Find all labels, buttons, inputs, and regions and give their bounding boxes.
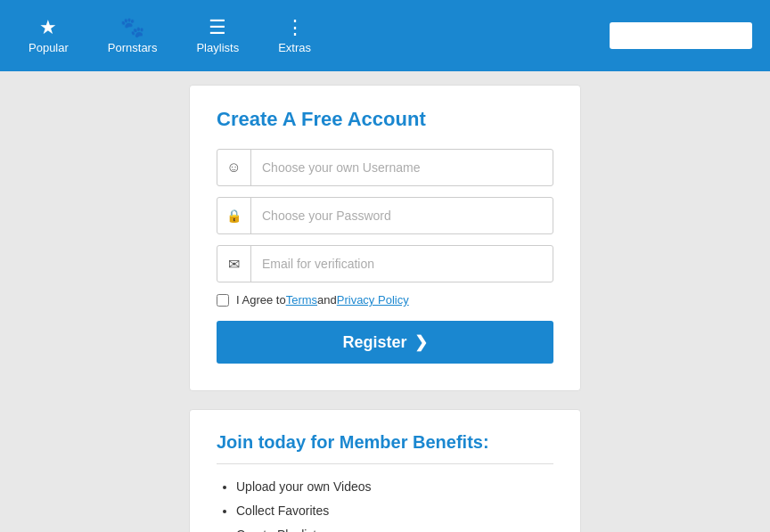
navbar: ★ Popular 🐾 Pornstars ☰ Playlists ⋮ Extr… [0,0,770,71]
password-input[interactable] [251,198,553,233]
register-arrow-icon: ❯ [414,332,428,352]
pornstars-icon: 🐾 [120,18,144,37]
list-item: Create Playlists [236,526,553,532]
username-input[interactable] [251,150,553,185]
list-item: Collect Favorites [236,502,553,520]
email-input[interactable] [251,246,553,282]
register-card: Create A Free Account I Agree to Terms a… [189,85,581,391]
nav-item-extras[interactable]: ⋮ Extras [258,18,331,54]
nav-label-extras: Extras [278,41,311,54]
search-container [610,22,752,49]
nav-label-playlists: Playlists [196,41,239,54]
register-button[interactable]: Register ❯ [217,321,553,364]
list-item: Upload your own Videos [236,478,553,496]
and-text: and [317,293,337,307]
password-icon [217,198,251,233]
benefits-list: Upload your own Videos Collect Favorites… [217,478,553,532]
nav-label-popular: Popular [29,41,69,54]
privacy-link[interactable]: Privacy Policy [337,293,409,307]
popular-icon: ★ [39,18,57,37]
register-label: Register [342,333,406,352]
username-field-group [217,149,553,186]
agree-checkbox[interactable] [217,294,229,307]
username-icon [217,150,251,185]
email-field-group [217,245,553,282]
nav-item-playlists[interactable]: ☰ Playlists [176,18,258,54]
benefits-card: Join today for Member Benefits: Upload y… [189,409,581,532]
agree-row: I Agree to Terms and Privacy Policy [217,293,553,307]
page-content: Create A Free Account I Agree to Terms a… [0,71,770,532]
password-field-group [217,197,553,234]
nav-items: ★ Popular 🐾 Pornstars ☰ Playlists ⋮ Extr… [9,18,610,54]
benefits-title: Join today for Member Benefits: [217,432,553,464]
terms-link[interactable]: Terms [286,293,317,307]
extras-icon: ⋮ [285,18,305,37]
register-title: Create A Free Account [217,108,553,131]
agree-text: I Agree to [236,293,286,307]
nav-item-pornstars[interactable]: 🐾 Pornstars [88,18,177,54]
nav-item-popular[interactable]: ★ Popular [9,18,88,54]
playlists-icon: ☰ [209,18,226,37]
search-input[interactable] [610,22,752,49]
nav-label-pornstars: Pornstars [108,41,158,54]
email-icon [217,246,251,282]
